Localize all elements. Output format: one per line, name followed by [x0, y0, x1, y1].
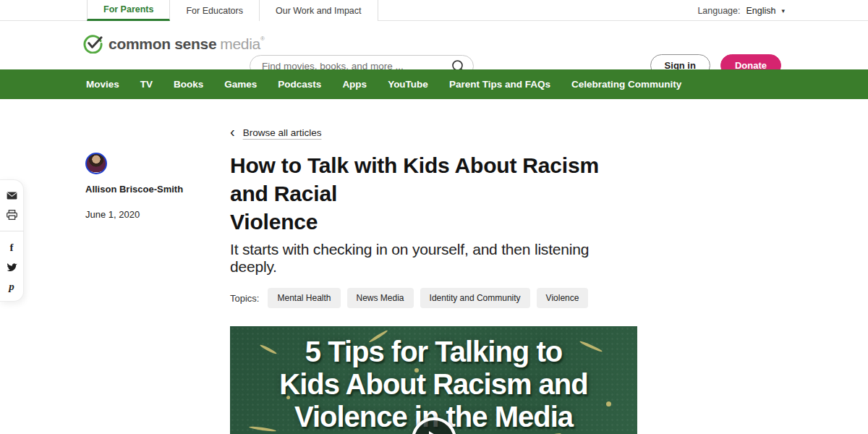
author-block: Allison Briscoe-Smith June 1, 2020	[85, 153, 216, 220]
top-bar: For Parents For Educators Our Work and I…	[0, 0, 868, 21]
facebook-icon[interactable]: f	[6, 242, 17, 253]
tab-our-work-and-impact[interactable]: Our Work and Impact	[260, 0, 378, 21]
back-link-label: Browse all articles	[243, 127, 322, 138]
author-avatar[interactable]	[85, 153, 107, 174]
tab-for-educators[interactable]: For Educators	[170, 0, 260, 21]
email-share-icon[interactable]	[6, 190, 17, 201]
print-icon[interactable]	[6, 209, 17, 221]
article-main: ‹ Browse all articles How to Talk with K…	[230, 126, 637, 434]
play-icon	[429, 431, 443, 434]
chevron-down-icon[interactable]: ▾	[781, 7, 785, 14]
twitter-icon[interactable]	[6, 261, 17, 273]
logo-checkmark-icon	[83, 34, 103, 54]
language-selector[interactable]: Language: English ▾	[697, 0, 785, 21]
registered-mark: ®	[260, 35, 265, 42]
language-value[interactable]: English	[746, 6, 775, 16]
nav-item-youtube[interactable]: YouTube	[388, 79, 428, 90]
topic-tag-news-media[interactable]: News Media	[347, 288, 414, 308]
topic-tag-mental-health[interactable]: Mental Health	[268, 288, 340, 308]
share-divider	[0, 231, 24, 231]
nav-item-tv[interactable]: TV	[140, 79, 153, 90]
page-subtitle: It starts with checking in on yourself, …	[230, 241, 637, 276]
page-title: How to Talk with Kids About Racism and R…	[230, 151, 637, 236]
share-rail: f p	[0, 179, 24, 302]
nav-item-parent-tips-faqs[interactable]: Parent Tips and FAQs	[449, 79, 550, 90]
back-chevron-icon: ‹	[230, 124, 235, 139]
site-logo[interactable]: common sensemedia®	[83, 34, 265, 54]
logo-text-bold: common sense	[109, 35, 216, 52]
site-header: common sensemedia® Sign in Donate	[0, 21, 868, 69]
primary-nav: Movies TV Books Games Podcasts Apps YouT…	[0, 69, 868, 99]
audience-tabs: For Parents For Educators Our Work and I…	[87, 0, 378, 21]
nav-item-celebrating-community[interactable]: Celebrating Community	[571, 79, 681, 90]
topics-row: Topics: Mental Health News Media Identit…	[230, 288, 637, 308]
pinterest-icon[interactable]: p	[6, 281, 17, 292]
topic-tag-violence[interactable]: Violence	[537, 288, 589, 308]
article-date: June 1, 2020	[85, 209, 216, 220]
logo-text-light: media	[220, 35, 260, 52]
nav-item-games[interactable]: Games	[224, 79, 257, 90]
nav-item-apps[interactable]: Apps	[342, 79, 367, 90]
topic-tag-identity-community[interactable]: Identity and Community	[420, 288, 530, 308]
tab-for-parents[interactable]: For Parents	[87, 0, 170, 21]
nav-item-movies[interactable]: Movies	[86, 79, 119, 90]
nav-item-podcasts[interactable]: Podcasts	[278, 79, 321, 90]
nav-item-books[interactable]: Books	[174, 79, 203, 90]
author-name: Allison Briscoe-Smith	[85, 184, 216, 195]
browse-all-articles-link[interactable]: ‹ Browse all articles	[230, 126, 637, 139]
video-player-thumbnail[interactable]: 5 Tips for Talking to Kids About Racism …	[230, 326, 637, 434]
language-label: Language:	[697, 6, 740, 16]
topics-label: Topics:	[230, 293, 259, 304]
